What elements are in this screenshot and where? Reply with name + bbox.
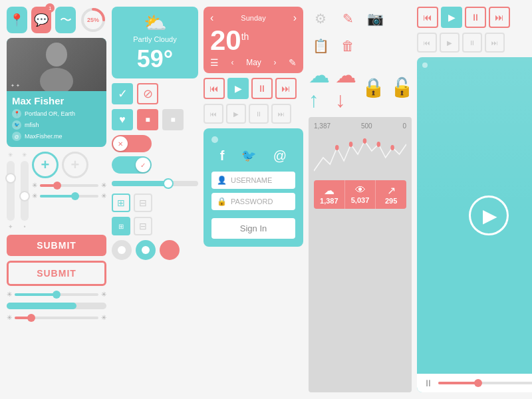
password-field[interactable]: 🔒 PASSWORD <box>211 193 295 210</box>
media-buttons-row-2: ⏮ ▶ ⏸ ⏭ <box>203 104 303 124</box>
date-prev-month-btn[interactable]: ‹ <box>231 58 234 67</box>
top-prev-btn[interactable]: ⏮ <box>417 7 438 28</box>
top2-prev-btn[interactable]: ⏮ <box>417 33 437 53</box>
vc-pause-btn[interactable]: ⏸ <box>424 378 433 388</box>
bottom-h-slider-1-thumb[interactable] <box>53 291 61 299</box>
profile-details: Max Fisher 📍 Portland OR, Earth 🐦 mfish … <box>7 91 106 147</box>
heart-button[interactable]: ♥ <box>112 109 133 130</box>
bottom-h-slider-1[interactable] <box>15 293 98 296</box>
pag-btn-4[interactable]: ⊟ <box>134 217 152 235</box>
stop-button-gray[interactable]: ■ <box>162 109 184 130</box>
upload-cloud-icon[interactable]: ☁↑ <box>309 63 330 112</box>
calendar-tool-icon[interactable]: 📋 <box>309 34 332 58</box>
range-slider[interactable] <box>112 181 198 186</box>
plus-button-teal[interactable]: + <box>32 152 59 178</box>
checkbox-cancel[interactable]: ⊘ <box>137 83 158 104</box>
stats-mid-val: 500 <box>361 122 372 130</box>
top2-play-btn[interactable]: ▶ <box>440 33 460 53</box>
unlocked-icon[interactable]: 🔓 <box>390 76 414 98</box>
video-progress-bar[interactable] <box>438 382 532 384</box>
submit-button-filled[interactable]: SUBMIT <box>7 235 106 256</box>
profile-image: ✦ ✦ <box>7 38 106 91</box>
twitter-social-icon[interactable]: 🐦 <box>241 148 256 164</box>
profile-name: Max Fisher <box>12 95 101 106</box>
video-progress-thumb[interactable] <box>474 379 482 387</box>
vertical-thumb-2[interactable] <box>19 191 30 201</box>
top-next-btn[interactable]: ⏭ <box>489 7 510 28</box>
edit-icon[interactable]: ✎ <box>289 57 297 68</box>
checkbox-checked[interactable]: ✓ <box>112 83 133 104</box>
gear-tool-icon[interactable]: ⚙ <box>309 7 332 31</box>
date-next-month-btn[interactable]: › <box>273 58 276 67</box>
video-area[interactable]: ▶ <box>417 57 532 374</box>
media-next-btn[interactable]: ⏭ <box>275 78 297 99</box>
top-pause-btn[interactable]: ⏸ <box>465 7 486 28</box>
media-pause2-btn[interactable]: ⏸ <box>249 104 269 124</box>
media-play-btn[interactable]: ▶ <box>227 78 249 99</box>
video-reflection <box>417 57 532 215</box>
radio-btn-1[interactable] <box>112 240 132 260</box>
h-slider-1[interactable] <box>40 184 98 187</box>
date-next-btn[interactable]: › <box>293 12 297 24</box>
pencil-tool-icon[interactable]: ✎ <box>336 7 360 31</box>
pag-btn-1[interactable]: ⊞ <box>112 194 130 212</box>
locked-icon[interactable]: 🔒 <box>362 76 385 98</box>
bottom-h-slider-2[interactable] <box>7 303 106 309</box>
vertical-slider-1[interactable] <box>7 161 15 221</box>
range-thumb[interactable] <box>163 178 174 189</box>
heart-icon: ♥ <box>119 114 126 126</box>
sign-in-button[interactable]: Sign In <box>211 218 295 239</box>
toggle-on[interactable]: ✓ <box>112 156 152 174</box>
at-social-icon[interactable]: @ <box>273 148 287 164</box>
media-prev2-btn[interactable]: ⏮ <box>203 104 223 124</box>
toggle-thumb-on: ✓ <box>136 158 150 172</box>
submit-button-outline[interactable]: SUBMIT <box>7 261 106 286</box>
stop-button-small[interactable]: ■ <box>137 109 158 130</box>
menu-icon: ☰ <box>210 57 219 68</box>
vertical-slider-2[interactable] <box>21 161 29 221</box>
media-play2-btn[interactable]: ▶ <box>226 104 246 124</box>
facebook-icon[interactable]: f <box>220 148 225 164</box>
bottom-slider3-min-icon: ✳ <box>7 314 12 321</box>
h-slider-1-thumb[interactable] <box>53 182 61 190</box>
map-pin-icon-bubble[interactable]: 📍 <box>7 7 27 33</box>
media-next2-btn[interactable]: ⏭ <box>271 104 291 124</box>
h-slider-2-thumb[interactable] <box>71 192 79 200</box>
profile-location: 📍 Portland OR, Earth <box>12 109 101 118</box>
trash-tool-icon[interactable]: 🗑 <box>336 34 360 58</box>
h-slider-2[interactable] <box>40 195 98 198</box>
svg-point-4 <box>335 145 339 150</box>
heartbeat-icon-bubble[interactable]: 〜 <box>55 7 76 33</box>
date-prev-btn[interactable]: ‹ <box>210 12 213 24</box>
pag-btn-3[interactable]: ⊞ <box>112 217 130 235</box>
date-number: 20 <box>210 25 241 56</box>
downloads-value: 1,387 <box>315 197 343 205</box>
pag-btn-2[interactable]: ⊟ <box>134 194 152 212</box>
media-prev-btn[interactable]: ⏮ <box>203 78 225 99</box>
stats-views: 👁 5,037 <box>345 180 376 209</box>
column-2: ⛅ Partly Cloudy 59° ✓ ⊘ ♥ ■ ■ ✕ <box>112 7 198 392</box>
profile-twitter[interactable]: 🐦 mfish <box>12 120 101 130</box>
top2-next-btn[interactable]: ⏭ <box>485 33 505 53</box>
download-stats-icon: ☁ <box>315 184 343 197</box>
top-play-btn[interactable]: ▶ <box>441 7 462 28</box>
profile-website[interactable]: @ MaxFisher.me <box>12 132 101 141</box>
bottom-slider3-max-icon: ✳ <box>101 314 106 321</box>
toggle-off[interactable]: ✕ <box>112 135 152 152</box>
column-1: 📍 💬 1 〜 25% <box>7 7 106 392</box>
map-pin-icon: 📍 <box>9 13 24 27</box>
media-pause-btn[interactable]: ⏸ <box>251 78 273 99</box>
slider-min-icon: ✳ <box>32 182 37 189</box>
bottom-h-slider-3[interactable] <box>15 317 98 319</box>
bottom-h-slider-3-thumb[interactable] <box>27 314 35 322</box>
chat-icon-bubble[interactable]: 💬 1 <box>31 7 52 33</box>
radio-btn-record[interactable] <box>160 240 180 260</box>
plus-button-light[interactable]: + <box>62 152 88 178</box>
radio-btn-2[interactable] <box>136 240 156 260</box>
vertical-thumb-1[interactable] <box>5 173 16 184</box>
h-slider-row-2: ✳ ✳ <box>32 192 106 200</box>
camera-tool-icon[interactable]: 📷 <box>363 7 387 31</box>
top2-pause-btn[interactable]: ⏸ <box>462 33 482 53</box>
download-cloud-icon[interactable]: ☁↓ <box>335 63 356 112</box>
username-field[interactable]: 👤 USERNAME <box>211 172 295 189</box>
